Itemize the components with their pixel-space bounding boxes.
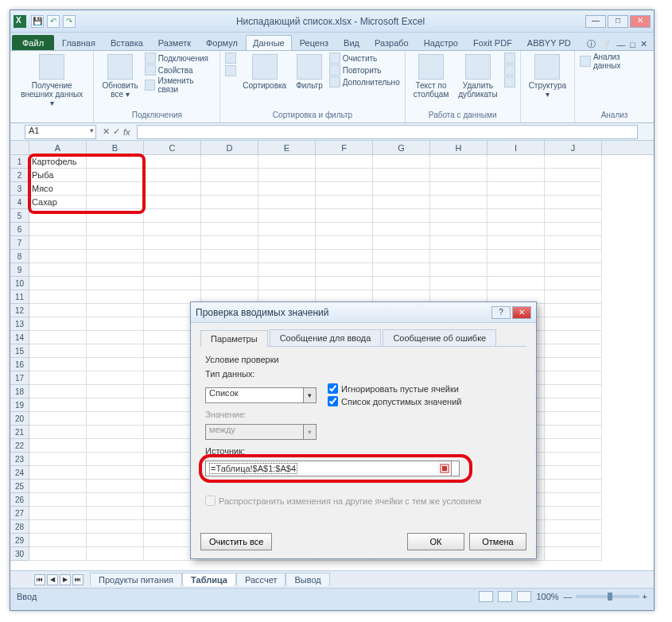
cell[interactable] bbox=[201, 182, 258, 196]
cell[interactable] bbox=[29, 520, 87, 534]
cell[interactable] bbox=[258, 169, 316, 182]
cell[interactable] bbox=[545, 371, 602, 385]
reapply-item[interactable]: Повторить bbox=[329, 64, 400, 76]
cell[interactable] bbox=[29, 412, 87, 426]
sheet-tab-1[interactable]: Таблица bbox=[182, 573, 236, 586]
cell[interactable] bbox=[430, 196, 487, 209]
maximize-button[interactable]: □ bbox=[608, 15, 628, 28]
row-header-12[interactable]: 12 bbox=[10, 304, 29, 317]
minimize-button[interactable]: — bbox=[585, 15, 606, 28]
cell[interactable] bbox=[373, 277, 430, 290]
data-analysis-button[interactable]: Анализ данных bbox=[580, 52, 649, 70]
ribbon-tab-5[interactable]: Данные bbox=[246, 35, 292, 50]
column-header-C[interactable]: C bbox=[144, 141, 201, 154]
row-header-25[interactable]: 25 bbox=[10, 480, 29, 493]
dv-item[interactable] bbox=[504, 52, 515, 64]
ribbon-restore-icon[interactable]: □ bbox=[630, 40, 635, 49]
ignore-blank-checkbox[interactable]: Игнорировать пустые ячейки bbox=[328, 383, 461, 394]
cell[interactable] bbox=[144, 209, 201, 223]
dialog-tab-1[interactable]: Сообщение для ввода bbox=[270, 329, 382, 346]
cell[interactable] bbox=[430, 223, 487, 236]
cell[interactable] bbox=[87, 439, 144, 453]
cell[interactable] bbox=[487, 182, 545, 196]
row-header-13[interactable]: 13 bbox=[10, 317, 29, 331]
cell[interactable] bbox=[545, 547, 602, 561]
column-header-H[interactable]: H bbox=[430, 141, 487, 154]
ribbon-tab-4[interactable]: Формул bbox=[199, 35, 245, 50]
column-header-I[interactable]: I bbox=[487, 141, 545, 154]
connections-item[interactable]: Подключения bbox=[145, 52, 216, 64]
cell[interactable] bbox=[201, 196, 258, 209]
cell[interactable] bbox=[87, 371, 144, 385]
cons-item[interactable] bbox=[504, 64, 515, 76]
cell[interactable] bbox=[430, 277, 487, 290]
cell[interactable] bbox=[373, 155, 430, 169]
cell[interactable] bbox=[258, 196, 316, 209]
cell[interactable] bbox=[487, 155, 545, 169]
cell[interactable] bbox=[487, 277, 545, 290]
cell[interactable] bbox=[29, 277, 87, 290]
cell[interactable] bbox=[87, 534, 144, 547]
cell[interactable] bbox=[87, 547, 144, 561]
cell[interactable] bbox=[87, 426, 144, 439]
cell[interactable] bbox=[29, 534, 87, 547]
row-header-2[interactable]: 2 bbox=[10, 169, 29, 182]
sheet-tab-0[interactable]: Продукты питания bbox=[90, 573, 182, 586]
row-header-8[interactable]: 8 bbox=[10, 250, 29, 263]
zoom-in-button[interactable]: + bbox=[643, 592, 647, 601]
view-normal-button[interactable] bbox=[479, 591, 493, 602]
ribbon-min-icon[interactable]: — bbox=[616, 40, 625, 49]
cell[interactable] bbox=[29, 250, 87, 263]
dialog-help-button[interactable]: ? bbox=[491, 306, 511, 319]
edit-links-item[interactable]: Изменить связи bbox=[145, 76, 216, 94]
row-header-15[interactable]: 15 bbox=[10, 344, 29, 358]
ribbon-help-icon[interactable]: ❔ bbox=[600, 39, 612, 49]
select-all-corner[interactable] bbox=[10, 141, 29, 154]
row-header-6[interactable]: 6 bbox=[10, 223, 29, 236]
row-header-1[interactable]: 1 bbox=[10, 155, 29, 169]
row-header-9[interactable]: 9 bbox=[10, 263, 29, 277]
row-header-21[interactable]: 21 bbox=[10, 426, 29, 439]
cell[interactable] bbox=[29, 439, 87, 453]
in-cell-dropdown-checkbox[interactable]: Список допустимых значений bbox=[328, 396, 461, 406]
remove-duplicates-button[interactable]: Удалить дубликаты bbox=[455, 52, 500, 100]
cell[interactable] bbox=[316, 236, 373, 250]
cell[interactable] bbox=[430, 155, 487, 169]
cell[interactable] bbox=[373, 182, 430, 196]
name-box[interactable]: A1 bbox=[25, 125, 96, 139]
cell[interactable] bbox=[29, 426, 87, 439]
cell[interactable] bbox=[29, 547, 87, 561]
cell[interactable] bbox=[144, 277, 201, 290]
cell[interactable] bbox=[201, 277, 258, 290]
cell[interactable] bbox=[258, 277, 316, 290]
cell[interactable] bbox=[545, 290, 602, 304]
properties-item[interactable]: Свойства bbox=[145, 64, 216, 76]
dialog-tab-2[interactable]: Сообщение об ошибке bbox=[383, 329, 496, 346]
cell[interactable] bbox=[144, 155, 201, 169]
cell[interactable] bbox=[144, 196, 201, 209]
row-header-4[interactable]: 4 bbox=[10, 196, 29, 209]
cell[interactable] bbox=[258, 250, 316, 263]
cell[interactable] bbox=[316, 223, 373, 236]
cell[interactable] bbox=[545, 520, 602, 534]
row-header-19[interactable]: 19 bbox=[10, 398, 29, 412]
cell[interactable] bbox=[29, 263, 87, 277]
cell[interactable] bbox=[487, 236, 545, 250]
cell[interactable] bbox=[29, 371, 87, 385]
row-header-26[interactable]: 26 bbox=[10, 493, 29, 507]
qat-undo-icon[interactable]: ↶ bbox=[47, 15, 60, 28]
ribbon-info-icon[interactable]: ⓘ bbox=[587, 38, 596, 50]
cell[interactable] bbox=[144, 182, 201, 196]
range-picker-button[interactable] bbox=[437, 461, 452, 476]
cell[interactable] bbox=[87, 304, 144, 317]
outline-button[interactable]: Структура ▾ bbox=[526, 52, 569, 100]
cell[interactable] bbox=[545, 236, 602, 250]
column-header-B[interactable]: B bbox=[87, 141, 144, 154]
qat-save-icon[interactable]: 💾 bbox=[31, 15, 44, 28]
whatif-item[interactable] bbox=[504, 76, 515, 87]
cell[interactable] bbox=[87, 182, 144, 196]
cell[interactable] bbox=[545, 466, 602, 480]
cell[interactable] bbox=[487, 223, 545, 236]
cell[interactable] bbox=[87, 290, 144, 304]
cell[interactable] bbox=[87, 263, 144, 277]
